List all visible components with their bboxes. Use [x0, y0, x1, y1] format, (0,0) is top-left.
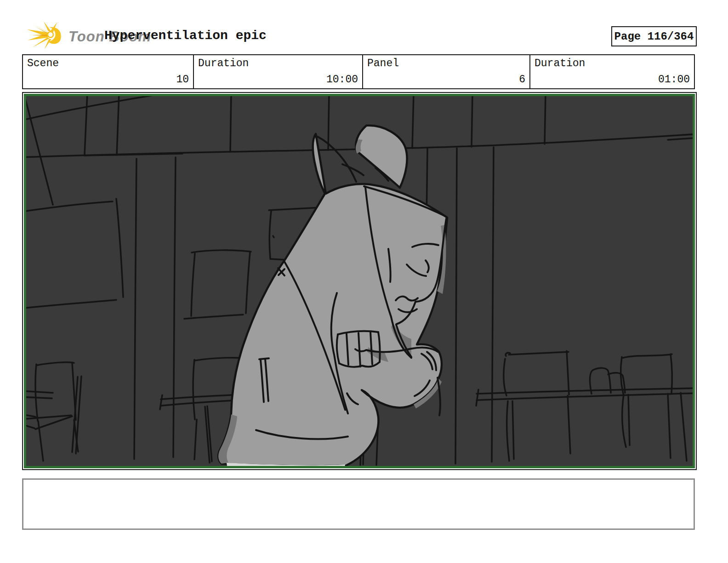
page-number-box: Page 116/364	[611, 26, 697, 46]
logo-starburst-icon	[25, 21, 68, 50]
info-cell-value: 01:00	[535, 74, 690, 86]
character-sketch	[218, 126, 447, 466]
storyboard-canvas	[24, 94, 695, 468]
info-cell-value: 10:00	[198, 74, 358, 86]
info-cell-label: Duration	[535, 57, 690, 69]
caption-box	[22, 478, 695, 530]
info-cell-label: Panel	[367, 57, 525, 69]
info-cell-label: Scene	[27, 57, 189, 69]
info-cell-scene: Scene 10	[23, 55, 194, 88]
storyboard-drawing	[26, 96, 693, 466]
project-title: Hyperventilation epic	[104, 29, 267, 43]
info-cell-value: 10	[27, 74, 189, 86]
info-cell-label: Duration	[198, 57, 358, 69]
info-cell-panel-duration: Duration 01:00	[530, 55, 694, 88]
info-cell-value: 6	[367, 74, 525, 86]
page-number-label: Page 116/364	[614, 30, 694, 43]
storyboard-panel	[22, 92, 697, 470]
page-header: Toon Boom Hyperventilation epic Page 116…	[0, 0, 728, 54]
info-cell-panel: Panel 6	[363, 55, 530, 88]
info-cell-scene-duration: Duration 10:00	[194, 55, 363, 88]
storyboard-export-page: { "header": { "logo_text": "Toon Boom", …	[0, 0, 728, 563]
info-table: Scene 10 Duration 10:00 Panel 6 Duration…	[22, 54, 695, 89]
